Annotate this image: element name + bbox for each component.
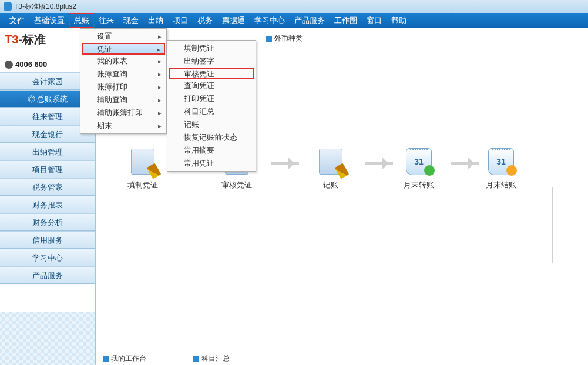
- menu-item[interactable]: 现金: [119, 13, 143, 28]
- month-close-icon: [485, 146, 517, 178]
- arrow-icon: [271, 162, 299, 165]
- menu-item[interactable]: 帮助: [387, 13, 411, 28]
- submenu-item[interactable]: 常用摘要: [169, 144, 254, 157]
- submenu-voucher: 填制凭证出纳签字审核凭证查询凭证打印凭证科目汇总记账恢复记账前状态常用摘要常用凭…: [167, 40, 256, 172]
- sidebar-item[interactable]: 税务管家: [0, 178, 95, 196]
- workflow-node-month-transfer[interactable]: 月末转账: [395, 146, 442, 190]
- brand-red: T3: [5, 33, 18, 46]
- toolbar-currency[interactable]: 外币种类: [266, 34, 303, 43]
- menu-item[interactable]: 往来: [94, 13, 119, 28]
- menu-item[interactable]: 窗口: [362, 13, 387, 28]
- bottom-tab-subject-summary[interactable]: 科目汇总: [193, 354, 230, 364]
- workflow-label: 月末转账: [395, 180, 442, 190]
- workflow-node-fill-voucher[interactable]: 填制凭证: [119, 146, 166, 190]
- submenu-item[interactable]: 填制凭证: [169, 42, 254, 55]
- workflow-label: 月末结账: [478, 180, 525, 190]
- submenu-item[interactable]: 辅助账簿打印: [82, 106, 165, 119]
- square-icon: [103, 356, 109, 362]
- submenu-item[interactable]: 打印凭证: [169, 92, 254, 105]
- sidebar-item[interactable]: 信用服务: [0, 231, 95, 249]
- submenu-item[interactable]: 账簿查询: [82, 68, 165, 81]
- menu-item[interactable]: 出纳: [143, 13, 168, 28]
- square-icon: [193, 356, 199, 362]
- submenu-item[interactable]: 恢复记账前状态: [169, 131, 254, 144]
- workflow-label: 记账: [307, 180, 354, 190]
- bottom-tabs: 我的工作台 科目汇总: [103, 354, 230, 364]
- menu-bar: 文件基础设置总账往来现金出纳项目税务票据通学习中心产品服务工作圈窗口帮助: [0, 13, 588, 28]
- arrow-icon: [365, 162, 393, 165]
- title-bar: T3-标准版10.8plus2: [0, 0, 588, 13]
- sidebar-item[interactable]: 出纳管理: [0, 143, 95, 160]
- arrow-icon: [451, 162, 479, 165]
- menu-item[interactable]: 工作圈: [330, 13, 362, 28]
- posting-icon: [315, 146, 347, 178]
- menu-item[interactable]: 总账: [69, 13, 94, 28]
- submenu-item[interactable]: 出纳签字: [169, 55, 254, 68]
- brand-title: T3-标准: [5, 32, 90, 48]
- sidebar-item[interactable]: 财务报表: [0, 196, 95, 213]
- menu-item[interactable]: 票据通: [217, 13, 250, 28]
- menu-item[interactable]: 基础设置: [29, 13, 69, 28]
- app-logo-icon: [4, 2, 12, 11]
- month-transfer-icon: [403, 146, 435, 178]
- phone-number: 4006 600: [15, 60, 47, 69]
- submenu-item[interactable]: 账簿打印: [82, 81, 165, 93]
- bottom-tab-label: 科目汇总: [201, 354, 230, 364]
- bottom-tab-workbench[interactable]: 我的工作台: [103, 354, 146, 364]
- menu-item[interactable]: 税务: [193, 13, 217, 28]
- square-icon: [266, 36, 272, 42]
- toolbar-currency-label: 外币种类: [274, 34, 303, 43]
- submenu-item[interactable]: 设置: [82, 30, 165, 43]
- menu-item[interactable]: 产品服务: [290, 13, 330, 28]
- sidebar-item[interactable]: 产品服务: [0, 266, 95, 284]
- sidebar-item[interactable]: 学习中心: [0, 249, 95, 266]
- workflow-label: 填制凭证: [119, 180, 166, 190]
- brand-rest: -标准: [18, 33, 46, 46]
- menu-item[interactable]: 项目: [168, 13, 193, 28]
- submenu-ledger: 设置凭证我的账表账簿查询账簿打印辅助查询辅助账簿打印期末: [80, 28, 167, 134]
- submenu-item[interactable]: 凭证: [82, 43, 165, 55]
- menu-item[interactable]: 学习中心: [250, 13, 290, 28]
- submenu-item[interactable]: 期末: [82, 119, 165, 132]
- sidebar-filler: [0, 284, 95, 312]
- submenu-item[interactable]: 记账: [169, 118, 254, 131]
- submenu-item[interactable]: 审核凭证: [169, 68, 254, 79]
- workflow-node-posting[interactable]: 记账: [307, 146, 354, 190]
- submenu-item[interactable]: 科目汇总: [169, 105, 254, 118]
- submenu-item[interactable]: 常用凭证: [169, 157, 254, 170]
- bottom-tab-label: 我的工作台: [111, 354, 146, 364]
- title-text: T3-标准版10.8plus2: [14, 2, 76, 12]
- submenu-item[interactable]: 查询凭证: [169, 79, 254, 92]
- sidebar-footer-pattern: [0, 312, 95, 365]
- sidebar-item[interactable]: 财务分析: [0, 213, 95, 231]
- submenu-item[interactable]: 我的账表: [82, 55, 165, 68]
- fill-voucher-icon: [127, 146, 159, 178]
- menu-item[interactable]: 文件: [5, 13, 29, 28]
- sidebar-item[interactable]: 项目管理: [0, 160, 95, 178]
- phone-icon: [5, 61, 13, 69]
- workflow-bracket: [142, 187, 553, 263]
- workflow-node-month-close[interactable]: 月末结账: [478, 146, 525, 190]
- workflow-label: 审核凭证: [213, 180, 260, 190]
- submenu-item[interactable]: 辅助查询: [82, 93, 165, 106]
